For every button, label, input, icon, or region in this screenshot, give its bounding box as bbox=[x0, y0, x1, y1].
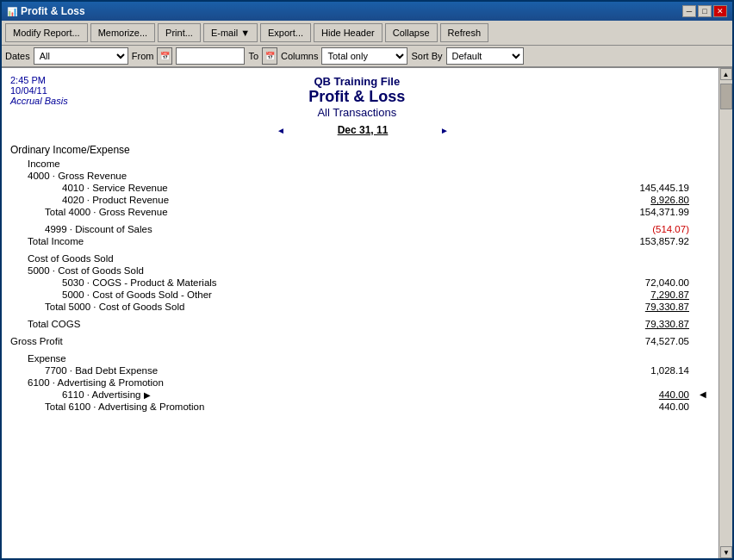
dates-select[interactable]: All bbox=[34, 47, 128, 65]
discount-sales-amount: (514.07) bbox=[629, 224, 715, 234]
gross-profit-amount: 74,527.05 bbox=[629, 336, 715, 346]
report-basis: Accrual Basis bbox=[10, 96, 68, 106]
advertising-amount: 440.00 ◀ bbox=[629, 389, 715, 400]
expense-header: Expense bbox=[10, 353, 715, 364]
hide-header-button[interactable]: Hide Header bbox=[314, 23, 383, 42]
advertising-header: 6100 · Advertising & Promotion bbox=[10, 377, 715, 388]
from-label: From bbox=[132, 51, 154, 61]
cogs-other-label: 5000 · Cost of Goods Sold - Other bbox=[10, 289, 629, 300]
title-bar: 📊 Profit & Loss ─ □ ✕ bbox=[2, 2, 732, 21]
report-date: 10/04/11 bbox=[10, 85, 68, 96]
title-bar-left: 📊 Profit & Loss bbox=[7, 5, 85, 17]
bad-debt-label: 7700 · Bad Debt Expense bbox=[10, 365, 629, 376]
report-content: 2:45 PM 10/04/11 Accrual Basis QB Traini… bbox=[2, 68, 732, 420]
sort-by-label: Sort By bbox=[411, 51, 442, 61]
to-label: To bbox=[248, 51, 258, 61]
list-item: 4000 · Gross Revenue bbox=[10, 170, 715, 182]
list-item: 4020 · Product Revenue 8,926.80 bbox=[10, 194, 715, 206]
columns-label: Columns bbox=[281, 51, 318, 61]
advertising-label: 6110 · Advertising ▶ bbox=[10, 389, 629, 400]
total-cogs-5000-label: Total 5000 · Cost of Goods Sold bbox=[10, 302, 629, 312]
collapse-arrow-icon[interactable]: ◀ bbox=[700, 389, 706, 399]
gross-revenue-header: 4000 · Gross Revenue bbox=[10, 171, 715, 181]
section-ordinary: Ordinary Income/Expense bbox=[10, 140, 715, 157]
service-revenue-amount: 145,445.19 bbox=[629, 183, 715, 193]
gross-profit-label: Gross Profit bbox=[10, 336, 629, 346]
close-button[interactable]: ✕ bbox=[713, 5, 727, 17]
col-header-row: ◄ Dec 31, 11 ► bbox=[10, 124, 715, 136]
list-item: Total Income 153,857.92 bbox=[10, 235, 715, 247]
cogs-product-amount: 72,040.00 bbox=[629, 277, 715, 288]
total-income-amount: 153,857.92 bbox=[629, 236, 715, 246]
cogs-5000-header: 5000 · Cost of Goods Sold bbox=[10, 265, 715, 276]
total-cogs-5000-amount: 79,330.87 bbox=[629, 302, 715, 312]
total-advertising-label: Total 6100 · Advertising & Promotion bbox=[10, 401, 629, 412]
product-revenue-label: 4020 · Product Revenue bbox=[10, 195, 629, 205]
export-button[interactable]: Export... bbox=[260, 23, 311, 42]
list-item: Ordinary Income/Expense bbox=[10, 140, 715, 158]
app-icon: 📊 bbox=[7, 7, 17, 16]
report-subtitle: All Transactions bbox=[68, 106, 646, 119]
filter-bar: Dates All From 📅 To 📅 Columns Total only… bbox=[2, 46, 732, 68]
list-item: 5000 · Cost of Goods Sold bbox=[10, 264, 715, 277]
list-item: 4999 · Discount of Sales (514.07) bbox=[10, 223, 715, 235]
list-item: Total 5000 · Cost of Goods Sold 79,330.8… bbox=[10, 301, 715, 313]
report-table: Ordinary Income/Expense Income 4000 · Gr… bbox=[10, 140, 715, 413]
profit-loss-window: 📊 Profit & Loss ─ □ ✕ Modify Report... M… bbox=[0, 0, 734, 560]
collapse-button[interactable]: Collapse bbox=[385, 23, 438, 42]
list-item: Total COGS 79,330.87 bbox=[10, 318, 715, 330]
scroll-thumb[interactable] bbox=[720, 84, 732, 109]
from-input[interactable] bbox=[176, 47, 245, 65]
refresh-button[interactable]: Refresh bbox=[440, 23, 489, 42]
product-revenue-amount: 8,926.80 bbox=[629, 195, 715, 205]
report-time: 2:45 PM bbox=[10, 75, 68, 85]
scrollbar[interactable]: ▲ ▼ bbox=[718, 68, 732, 558]
cogs-product-label: 5030 · COGS - Product & Materials bbox=[10, 277, 629, 288]
col-next-arrow[interactable]: ► bbox=[440, 126, 449, 135]
total-cogs-amount: 79,330.87 bbox=[629, 319, 715, 329]
list-item: 4010 · Service Revenue 145,445.19 bbox=[10, 182, 715, 194]
list-item: 5000 · Cost of Goods Sold - Other 7,290.… bbox=[10, 289, 715, 301]
toolbar: Modify Report... Memorize... Print... E-… bbox=[2, 21, 732, 46]
total-gross-revenue-label: Total 4000 · Gross Revenue bbox=[10, 207, 629, 217]
scroll-up-button[interactable]: ▲ bbox=[720, 68, 732, 80]
columns-select[interactable]: Total only bbox=[321, 47, 407, 65]
report-title: Profit & Loss bbox=[68, 88, 646, 106]
service-revenue-label: 4010 · Service Revenue bbox=[10, 183, 629, 193]
title-controls: ─ □ ✕ bbox=[682, 5, 727, 17]
dates-label: Dates bbox=[5, 51, 30, 61]
expand-arrow-icon[interactable]: ▶ bbox=[144, 390, 151, 400]
modify-report-button[interactable]: Modify Report... bbox=[5, 23, 88, 42]
email-button[interactable]: E-mail ▼ bbox=[203, 23, 258, 42]
list-item: 7700 · Bad Debt Expense 1,028.14 bbox=[10, 364, 715, 376]
list-item: Total 6100 · Advertising & Promotion 440… bbox=[10, 401, 715, 413]
to-calendar-button[interactable]: 📅 bbox=[262, 47, 277, 65]
sort-by-select[interactable]: Default bbox=[446, 47, 524, 65]
scroll-down-button[interactable]: ▼ bbox=[720, 546, 732, 558]
list-item: Income bbox=[10, 158, 715, 170]
list-item: Total 4000 · Gross Revenue 154,371.99 bbox=[10, 206, 715, 218]
minimize-button[interactable]: ─ bbox=[682, 5, 696, 17]
report-area[interactable]: 2:45 PM 10/04/11 Accrual Basis QB Traini… bbox=[2, 68, 732, 558]
list-item: Gross Profit 74,527.05 bbox=[10, 335, 715, 347]
maximize-button[interactable]: □ bbox=[698, 5, 712, 17]
list-item: 6110 · Advertising ▶ 440.00 ◀ bbox=[10, 389, 715, 401]
total-gross-revenue-amount: 154,371.99 bbox=[629, 207, 715, 217]
bad-debt-amount: 1,028.14 bbox=[629, 365, 715, 376]
discount-sales-label: 4999 · Discount of Sales bbox=[10, 224, 629, 234]
total-advertising-amount: 440.00 bbox=[629, 401, 715, 412]
col-prev-arrow[interactable]: ◄ bbox=[277, 126, 285, 135]
window-title: Profit & Loss bbox=[21, 5, 85, 17]
total-cogs-label: Total COGS bbox=[10, 319, 629, 329]
print-button[interactable]: Print... bbox=[158, 23, 201, 42]
total-income-label: Total Income bbox=[10, 236, 629, 246]
report-company: QB Training File bbox=[68, 75, 646, 88]
list-item: Cost of Goods Sold bbox=[10, 252, 715, 264]
memorize-button[interactable]: Memorize... bbox=[90, 23, 155, 42]
from-calendar-button[interactable]: 📅 bbox=[157, 47, 172, 65]
list-item: 5030 · COGS - Product & Materials 72,040… bbox=[10, 277, 715, 289]
col-header: Dec 31, 11 bbox=[285, 124, 440, 136]
cogs-other-amount: 7,290.87 bbox=[629, 289, 715, 300]
list-item: Expense bbox=[10, 352, 715, 364]
cogs-header: Cost of Goods Sold bbox=[10, 253, 715, 264]
